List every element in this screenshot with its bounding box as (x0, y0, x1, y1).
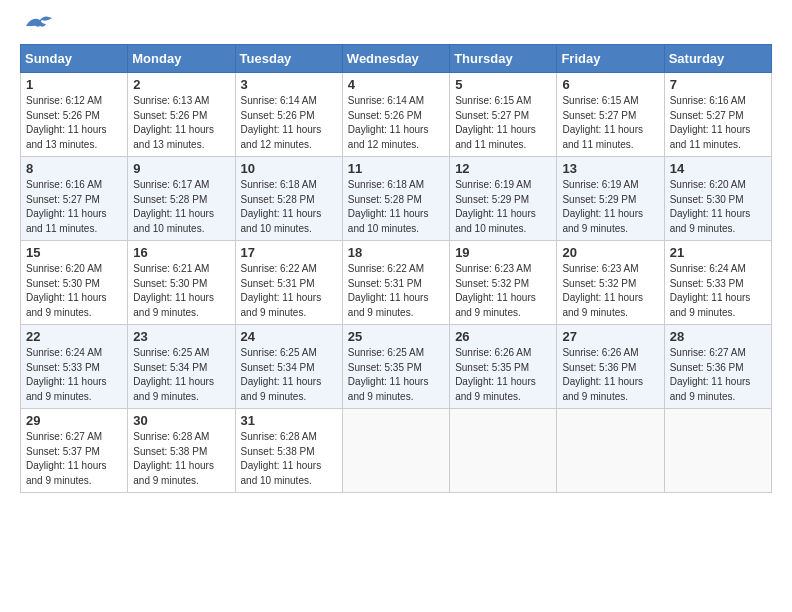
calendar-day-7: 7Sunrise: 6:16 AM Sunset: 5:27 PM Daylig… (664, 73, 771, 157)
calendar-day-21: 21Sunrise: 6:24 AM Sunset: 5:33 PM Dayli… (664, 241, 771, 325)
calendar-header-row: SundayMondayTuesdayWednesdayThursdayFrid… (21, 45, 772, 73)
calendar-week-4: 22Sunrise: 6:24 AM Sunset: 5:33 PM Dayli… (21, 325, 772, 409)
calendar-day-8: 8Sunrise: 6:16 AM Sunset: 5:27 PM Daylig… (21, 157, 128, 241)
calendar-day-30: 30Sunrise: 6:28 AM Sunset: 5:38 PM Dayli… (128, 409, 235, 493)
logo-bird-icon (24, 12, 56, 34)
calendar-empty-4-3 (342, 409, 449, 493)
calendar-week-5: 29Sunrise: 6:27 AM Sunset: 5:37 PM Dayli… (21, 409, 772, 493)
calendar-day-10: 10Sunrise: 6:18 AM Sunset: 5:28 PM Dayli… (235, 157, 342, 241)
calendar-day-13: 13Sunrise: 6:19 AM Sunset: 5:29 PM Dayli… (557, 157, 664, 241)
calendar-day-18: 18Sunrise: 6:22 AM Sunset: 5:31 PM Dayli… (342, 241, 449, 325)
calendar-header-saturday: Saturday (664, 45, 771, 73)
calendar-empty-4-5 (557, 409, 664, 493)
calendar-empty-4-4 (450, 409, 557, 493)
calendar-day-16: 16Sunrise: 6:21 AM Sunset: 5:30 PM Dayli… (128, 241, 235, 325)
calendar-header-thursday: Thursday (450, 45, 557, 73)
calendar-day-27: 27Sunrise: 6:26 AM Sunset: 5:36 PM Dayli… (557, 325, 664, 409)
calendar-day-2: 2Sunrise: 6:13 AM Sunset: 5:26 PM Daylig… (128, 73, 235, 157)
calendar-header-sunday: Sunday (21, 45, 128, 73)
calendar-day-28: 28Sunrise: 6:27 AM Sunset: 5:36 PM Dayli… (664, 325, 771, 409)
calendar-day-14: 14Sunrise: 6:20 AM Sunset: 5:30 PM Dayli… (664, 157, 771, 241)
calendar-day-5: 5Sunrise: 6:15 AM Sunset: 5:27 PM Daylig… (450, 73, 557, 157)
calendar-week-1: 1Sunrise: 6:12 AM Sunset: 5:26 PM Daylig… (21, 73, 772, 157)
calendar-day-15: 15Sunrise: 6:20 AM Sunset: 5:30 PM Dayli… (21, 241, 128, 325)
calendar-day-1: 1Sunrise: 6:12 AM Sunset: 5:26 PM Daylig… (21, 73, 128, 157)
calendar-day-31: 31Sunrise: 6:28 AM Sunset: 5:38 PM Dayli… (235, 409, 342, 493)
calendar-day-11: 11Sunrise: 6:18 AM Sunset: 5:28 PM Dayli… (342, 157, 449, 241)
calendar-day-20: 20Sunrise: 6:23 AM Sunset: 5:32 PM Dayli… (557, 241, 664, 325)
calendar-day-29: 29Sunrise: 6:27 AM Sunset: 5:37 PM Dayli… (21, 409, 128, 493)
calendar-day-19: 19Sunrise: 6:23 AM Sunset: 5:32 PM Dayli… (450, 241, 557, 325)
calendar-day-9: 9Sunrise: 6:17 AM Sunset: 5:28 PM Daylig… (128, 157, 235, 241)
calendar-day-22: 22Sunrise: 6:24 AM Sunset: 5:33 PM Dayli… (21, 325, 128, 409)
calendar-day-24: 24Sunrise: 6:25 AM Sunset: 5:34 PM Dayli… (235, 325, 342, 409)
calendar-week-3: 15Sunrise: 6:20 AM Sunset: 5:30 PM Dayli… (21, 241, 772, 325)
calendar-day-6: 6Sunrise: 6:15 AM Sunset: 5:27 PM Daylig… (557, 73, 664, 157)
calendar-table: SundayMondayTuesdayWednesdayThursdayFrid… (20, 44, 772, 493)
calendar-day-12: 12Sunrise: 6:19 AM Sunset: 5:29 PM Dayli… (450, 157, 557, 241)
calendar-week-2: 8Sunrise: 6:16 AM Sunset: 5:27 PM Daylig… (21, 157, 772, 241)
calendar-day-23: 23Sunrise: 6:25 AM Sunset: 5:34 PM Dayli… (128, 325, 235, 409)
calendar-header-tuesday: Tuesday (235, 45, 342, 73)
calendar-empty-4-6 (664, 409, 771, 493)
logo (20, 20, 56, 34)
calendar-header-wednesday: Wednesday (342, 45, 449, 73)
calendar-day-25: 25Sunrise: 6:25 AM Sunset: 5:35 PM Dayli… (342, 325, 449, 409)
calendar-day-26: 26Sunrise: 6:26 AM Sunset: 5:35 PM Dayli… (450, 325, 557, 409)
calendar-day-17: 17Sunrise: 6:22 AM Sunset: 5:31 PM Dayli… (235, 241, 342, 325)
calendar-header-friday: Friday (557, 45, 664, 73)
calendar-day-4: 4Sunrise: 6:14 AM Sunset: 5:26 PM Daylig… (342, 73, 449, 157)
calendar-header-monday: Monday (128, 45, 235, 73)
page-header (20, 20, 772, 34)
calendar-day-3: 3Sunrise: 6:14 AM Sunset: 5:26 PM Daylig… (235, 73, 342, 157)
